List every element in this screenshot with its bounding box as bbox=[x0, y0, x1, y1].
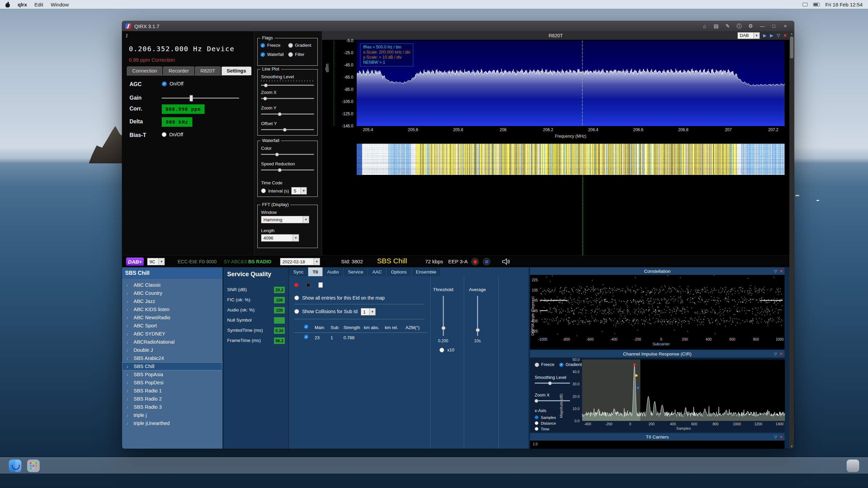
table-header-checkbox[interactable]: ✓ bbox=[304, 324, 309, 329]
show-all-entries-radio[interactable] bbox=[294, 296, 299, 300]
scrollbar-thumb[interactable] bbox=[790, 37, 793, 58]
tab-connection[interactable]: Connection bbox=[127, 66, 162, 75]
filter-funnel-icon[interactable]: ▽ bbox=[774, 269, 777, 273]
flag-checkbox-waterfall[interactable]: ✓ bbox=[260, 52, 265, 57]
tab-audio[interactable]: Audio bbox=[323, 267, 344, 276]
home-icon[interactable]: ⌂ bbox=[699, 22, 710, 30]
window-scrollbar[interactable]: ▲ ▼ bbox=[789, 31, 794, 449]
menu-item-edit[interactable]: Edit bbox=[35, 2, 43, 7]
tab-service[interactable]: Service bbox=[343, 267, 368, 276]
menu-item-qlrx[interactable]: qlrx bbox=[18, 2, 27, 7]
tab-tii[interactable]: TII bbox=[308, 267, 323, 276]
station-item[interactable]: ♪triple jUnearthed bbox=[122, 419, 222, 427]
info-icon[interactable]: ⓘ bbox=[734, 22, 745, 30]
fft-window-select[interactable]: Hamming ▼ bbox=[261, 216, 309, 223]
waterfall-slider-speed-reduction[interactable] bbox=[261, 169, 314, 170]
station-item[interactable]: ♪SBS Radio 1 bbox=[122, 387, 222, 395]
menu-item-window[interactable]: Window bbox=[51, 2, 68, 7]
pencil-icon[interactable]: ✎ bbox=[722, 22, 733, 30]
battery-icon[interactable] bbox=[813, 3, 820, 6]
cir-freeze-checkbox[interactable] bbox=[535, 363, 539, 367]
station-item[interactable]: ♪SBS Radio 2 bbox=[122, 395, 222, 403]
tab-recorder[interactable]: Recorder bbox=[163, 66, 194, 75]
station-item[interactable]: ♪SBS Chill bbox=[122, 362, 222, 370]
cir-xaxis-radio-distance[interactable] bbox=[535, 421, 538, 425]
fft-length-select[interactable]: 4096 ▼ bbox=[261, 234, 299, 242]
chevron-down-icon[interactable]: ▼ bbox=[303, 216, 309, 223]
cir-zoom-slider[interactable] bbox=[535, 400, 570, 401]
chevron-down-icon[interactable]: ▼ bbox=[753, 33, 760, 39]
station-item[interactable]: ♪SBS PopDesi bbox=[122, 379, 222, 387]
station-item[interactable]: ♪SBS Radio 3 bbox=[122, 403, 222, 411]
filter-funnel-icon[interactable]: ▽ bbox=[774, 435, 777, 439]
lineplot-slider-smoothing-level[interactable] bbox=[261, 85, 314, 86]
menu-clock[interactable]: Fri 18 Feb 12:54 bbox=[825, 2, 863, 7]
scroll-down-icon[interactable]: ▼ bbox=[789, 444, 794, 449]
threshold-slider[interactable] bbox=[443, 296, 444, 336]
station-item[interactable]: ♪ABC Classic bbox=[122, 281, 222, 289]
average-slider[interactable] bbox=[477, 296, 478, 336]
gear-icon[interactable]: ⚙ bbox=[745, 22, 756, 30]
spectrum-plot[interactable] bbox=[357, 41, 785, 126]
interval-radio[interactable] bbox=[261, 188, 266, 193]
maximize-button[interactable]: □ bbox=[768, 22, 779, 30]
mode-select[interactable]: DAB ▼ bbox=[737, 32, 760, 39]
document-icon[interactable] bbox=[318, 282, 323, 288]
lineplot-slider-offset-y[interactable] bbox=[261, 129, 314, 130]
gain-slider[interactable] bbox=[162, 98, 239, 99]
scroll-up-icon[interactable]: ▲ bbox=[789, 31, 794, 36]
flag-checkbox-freeze[interactable]: ✓ bbox=[260, 43, 265, 48]
interval-select[interactable]: 5 ▼ bbox=[291, 187, 307, 195]
slider-thumb[interactable] bbox=[275, 152, 279, 156]
date-select[interactable]: 2022-02-18 ▼ bbox=[280, 258, 320, 265]
close-panel-icon[interactable]: × bbox=[780, 351, 783, 356]
station-item[interactable]: ♪ABC Sport bbox=[122, 322, 222, 330]
average-slider-thumb[interactable] bbox=[476, 328, 480, 332]
channel-select[interactable]: 9C ▼ bbox=[147, 258, 165, 265]
close-button[interactable]: × bbox=[780, 22, 791, 30]
lineplot-slider-zoom-x[interactable] bbox=[261, 98, 314, 99]
stop-square-icon[interactable] bbox=[307, 283, 310, 287]
dock-item-icon[interactable] bbox=[847, 460, 859, 472]
waterfall-slider-color[interactable] bbox=[261, 154, 314, 155]
station-item[interactable]: ♪ABC SYDNEY bbox=[122, 330, 222, 338]
station-item[interactable]: ♪Double J bbox=[122, 346, 222, 354]
chevron-down-icon[interactable]: ▼ bbox=[300, 187, 307, 194]
station-item[interactable]: ♪triple j bbox=[122, 411, 222, 419]
apple-logo-icon[interactable] bbox=[5, 2, 10, 7]
lineplot-slider-zoom-y[interactable] bbox=[261, 114, 314, 115]
tab-options[interactable]: Options bbox=[387, 267, 412, 276]
cir-smoothing-thumb[interactable] bbox=[548, 381, 552, 385]
chevron-down-icon[interactable]: ▼ bbox=[293, 235, 299, 241]
close-panel-icon[interactable]: × bbox=[780, 269, 783, 273]
cir-zoom-thumb[interactable] bbox=[535, 399, 538, 403]
close-panel-icon[interactable]: × bbox=[780, 434, 783, 439]
map-icon[interactable]: ▤ bbox=[711, 22, 722, 30]
finder-icon[interactable] bbox=[9, 460, 21, 472]
slider-thumb[interactable] bbox=[278, 112, 281, 116]
record-button[interactable] bbox=[471, 258, 479, 265]
table-row-checkbox[interactable]: ✓ bbox=[304, 334, 309, 339]
slider-thumb[interactable] bbox=[264, 83, 268, 87]
tab-aac[interactable]: AAC bbox=[368, 267, 387, 276]
x10-radio[interactable] bbox=[439, 348, 444, 352]
tii-table-row[interactable]: 2310.788 bbox=[315, 335, 428, 340]
station-item[interactable]: ♪ABC Jazz bbox=[122, 297, 222, 305]
cir-smoothing-slider[interactable] bbox=[535, 383, 570, 384]
flag-checkbox-gradient[interactable] bbox=[288, 43, 293, 48]
chevron-down-icon[interactable]: ▼ bbox=[369, 308, 375, 315]
cir-plot[interactable] bbox=[582, 360, 785, 421]
tab-r820t[interactable]: R820T bbox=[195, 66, 221, 75]
launchpad-icon[interactable] bbox=[27, 460, 40, 472]
gain-slider-thumb[interactable] bbox=[190, 95, 193, 101]
sub-id-select[interactable]: 1 ▼ bbox=[361, 308, 376, 316]
station-item[interactable]: ♪ABC KIDS listen bbox=[122, 305, 222, 313]
threshold-slider-thumb[interactable] bbox=[441, 326, 446, 330]
slider-thumb[interactable] bbox=[283, 128, 287, 131]
record-dot-icon[interactable] bbox=[294, 283, 298, 287]
speaker-icon[interactable] bbox=[502, 258, 511, 265]
station-item[interactable]: ♪ABCRadioNational bbox=[122, 338, 222, 346]
minimize-button[interactable]: — bbox=[757, 22, 768, 30]
station-item[interactable]: ♪ABC Country bbox=[122, 289, 222, 297]
cir-xaxis-radio-samples[interactable] bbox=[535, 415, 538, 419]
